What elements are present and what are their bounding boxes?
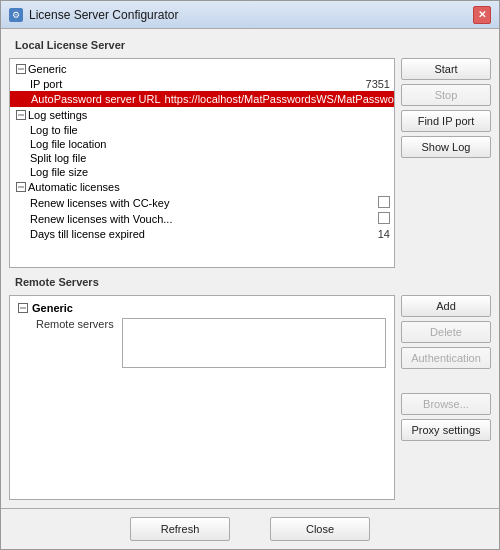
local-server-tree[interactable]: Generic IP port 7351 AutoPassword server… [10,59,394,267]
tree-item-auto-licenses[interactable]: Automatic licenses [10,179,394,195]
tree-item-split-log-file[interactable]: Split log file [10,151,394,165]
remote-servers-section-label: Remote Servers [9,274,491,289]
minus-icon [16,64,26,74]
collapse-log-icon [14,108,28,122]
tree-item-renew-cc[interactable]: Renew licenses with CC-key [10,195,394,211]
log-settings-label: Log settings [28,109,390,121]
remote-section: Generic Remote servers Add Delete Authen… [9,295,491,500]
remote-generic-group: Generic Remote servers [14,300,390,370]
tree-item-renew-vouch[interactable]: Renew licenses with Vouch... [10,211,394,227]
main-window: ⚙ License Server Configurator ✕ Local Li… [0,0,500,550]
start-button[interactable]: Start [401,58,491,80]
find-ip-button[interactable]: Find IP port [401,110,491,132]
vouch-checkbox[interactable] [378,212,390,224]
delete-button[interactable]: Delete [401,321,491,343]
title-bar-left: ⚙ License Server Configurator [9,8,178,22]
collapse-icon [14,62,28,76]
remote-generic-label: Generic [32,302,73,314]
tree-item-log-file-location[interactable]: Log file location [10,137,394,151]
minus-icon-remote [18,303,28,313]
main-content: Local License Server Generic IP port 735… [1,29,499,508]
local-server-section-label: Local License Server [9,37,491,52]
authentication-button[interactable]: Authentication [401,347,491,369]
app-icon: ⚙ [9,8,23,22]
browse-button[interactable]: Browse... [401,393,491,415]
remote-servers-label: Remote servers [36,318,116,330]
window-title: License Server Configurator [29,8,178,22]
tree-item-autopassword-url[interactable]: AutoPassword server URL https://localhos… [10,91,394,107]
refresh-button[interactable]: Refresh [130,517,230,541]
remote-generic-header: Generic [14,300,390,316]
proxy-settings-button[interactable]: Proxy settings [401,419,491,441]
tree-item-days-expired[interactable]: Days till license expired 14 [10,227,394,241]
minus-icon-log [16,110,26,120]
generic-label: Generic [28,63,390,75]
close-bottom-button[interactable]: Close [270,517,370,541]
remote-left-box: Generic Remote servers [9,295,395,500]
add-button[interactable]: Add [401,295,491,317]
remote-content: Generic Remote servers [10,296,394,499]
close-button[interactable]: ✕ [473,6,491,24]
show-log-button[interactable]: Show Log [401,136,491,158]
tree-item-generic[interactable]: Generic [10,61,394,77]
stop-button[interactable]: Stop [401,84,491,106]
local-server-section: Generic IP port 7351 AutoPassword server… [9,58,491,268]
bottom-bar: Refresh Close [1,508,499,549]
remote-buttons: Add Delete Authentication Browse... Prox… [401,295,491,500]
cc-key-checkbox[interactable] [378,196,390,208]
collapse-auto-icon [14,180,28,194]
tree-item-ip-port[interactable]: IP port 7351 [10,77,394,91]
local-server-box: Generic IP port 7351 AutoPassword server… [9,58,395,268]
remote-servers-value-box [122,318,386,368]
local-server-buttons: Start Stop Find IP port Show Log [401,58,491,268]
remote-servers-row: Remote servers [14,316,390,370]
auto-licenses-label: Automatic licenses [28,181,390,193]
minus-icon-auto [16,182,26,192]
tree-item-log-to-file[interactable]: Log to file [10,123,394,137]
title-bar: ⚙ License Server Configurator ✕ [1,1,499,29]
tree-item-log-file-size[interactable]: Log file size [10,165,394,179]
tree-item-log-settings[interactable]: Log settings [10,107,394,123]
